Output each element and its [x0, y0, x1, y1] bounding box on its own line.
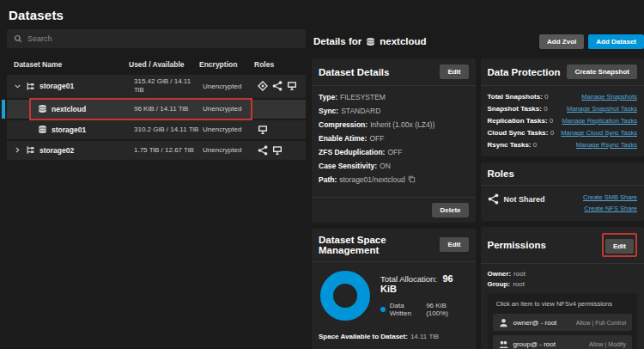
- details-panel: Details for nextcloud Add Zvol Add Datas…: [306, 28, 644, 349]
- dataset-icon: [366, 37, 375, 46]
- table-row[interactable]: storage02 1.75 TiB / 12.67 TiB Unencrypt…: [7, 141, 306, 160]
- table-row[interactable]: storage01 310.2 GiB / 14.11 TiB Unencryp…: [7, 120, 306, 139]
- stat-label: Snapshot Tasks:: [488, 105, 542, 113]
- table-row-selected[interactable]: nextcloud 96 KiB / 14.11 TiB Unencrypted: [7, 100, 306, 119]
- field-label: Type:: [319, 93, 337, 101]
- delete-dataset-button[interactable]: Delete: [432, 203, 468, 217]
- space-available-label: Space Available to Dataset:: [319, 333, 408, 340]
- card-title: Data Protection: [488, 67, 561, 77]
- encryption-state: Unencrypted: [203, 146, 258, 154]
- apps-icon: [258, 81, 268, 91]
- dataset-tree-icon: [26, 82, 35, 91]
- col-encryption: Encryption: [197, 60, 252, 69]
- search-input[interactable]: [27, 34, 299, 43]
- acl-item[interactable]: owner@ - root Allow | Full Control: [493, 314, 633, 331]
- stat-value: 0: [550, 117, 553, 125]
- group-label: Group:: [488, 280, 511, 288]
- card-title: Dataset Details: [319, 67, 389, 77]
- acl-who: group@ - root: [513, 340, 584, 348]
- smb-share-icon: [258, 125, 268, 135]
- col-roles: Roles: [252, 60, 301, 69]
- used-available: 96 KiB / 14.11 TiB: [132, 102, 203, 116]
- field-label: Sync:: [319, 107, 338, 115]
- acl-item[interactable]: group@ - root Allow | Modify: [493, 335, 633, 349]
- used-available: 315.42 GiB / 14.11 TiB: [132, 75, 203, 98]
- card-title: Roles: [488, 168, 514, 179]
- acl-hint: Click an item to view NFSv4 permissions: [496, 300, 633, 308]
- create-smb-share-link[interactable]: Create SMB Share: [583, 193, 637, 201]
- smb-share-icon: [287, 81, 297, 91]
- field-label: Enable Atime:: [319, 134, 367, 143]
- dataset-tree-icon: [26, 145, 35, 155]
- col-dataset-name: Dataset Name: [12, 60, 127, 69]
- encryption-state: Unencrypted: [203, 83, 258, 90]
- stat-value: 0: [544, 105, 547, 113]
- add-zvol-button[interactable]: Add Zvol: [539, 34, 584, 49]
- data-protection-card: Data Protection Create Snapshot Total Sn…: [481, 58, 644, 156]
- field-value: OFF: [387, 148, 402, 156]
- selection-indicator: [2, 100, 5, 119]
- encryption-state: Unencrypted: [203, 126, 258, 133]
- edit-space-management-button[interactable]: Edit: [440, 237, 468, 252]
- table-row[interactable]: storage01 315.42 GiB / 14.11 TiB Unencry…: [7, 75, 306, 98]
- field-value: STANDARD: [341, 107, 380, 115]
- edit-permissions-button[interactable]: Edit: [605, 239, 634, 254]
- permissions-card: Permissions Edit Owner:root Group:root C…: [481, 227, 644, 349]
- field-value: storage01/nextcloud: [339, 175, 405, 184]
- stat-label: Replication Tasks:: [488, 117, 548, 125]
- dataset-name: nextcloud: [52, 105, 86, 113]
- page-title: Datasets: [0, 0, 644, 28]
- details-title-prefix: Details for: [313, 36, 361, 46]
- stat-value: 0: [533, 141, 537, 149]
- manage-rsync-tasks-link[interactable]: Manage Rsync Tasks: [576, 141, 637, 149]
- dataset-details-card: Dataset Details Edit Type:FILESYSTEM Syn…: [312, 58, 476, 223]
- field-value: Inherit (1.00x (LZ4)): [370, 120, 434, 129]
- manage-replication-tasks-link[interactable]: Manage Replication Tasks: [562, 117, 637, 125]
- manage-cloud-sync-tasks-link[interactable]: Manage Cloud Sync Tasks: [561, 129, 637, 137]
- add-dataset-button[interactable]: Add Dataset: [588, 34, 644, 49]
- space-management-card: Dataset Space Management Edit Total Allo…: [312, 229, 476, 349]
- group-icon: [499, 340, 508, 349]
- create-snapshot-button[interactable]: Create Snapshot: [567, 64, 637, 79]
- used-available: 310.2 GiB / 14.11 TiB: [132, 123, 203, 137]
- stat-label: Rsync Tasks:: [488, 141, 532, 149]
- chevron-down-icon[interactable]: [14, 83, 21, 90]
- search-bar[interactable]: [7, 29, 306, 48]
- dataset-name: storage01: [52, 126, 86, 134]
- edit-dataset-details-button[interactable]: Edit: [440, 64, 468, 79]
- edit-highlight-box: Edit: [602, 233, 637, 257]
- roles-card: Roles Not Shared Create SMB Share Create…: [481, 162, 644, 221]
- owner-value: root: [513, 270, 526, 278]
- acl-who: owner@ - root: [513, 319, 571, 327]
- group-value: root: [513, 280, 525, 288]
- encryption-state: Unencrypted: [203, 105, 258, 113]
- owner-label: Owner:: [488, 270, 512, 278]
- field-label: Case Sensitivity:: [319, 162, 377, 170]
- field-value: ON: [380, 162, 391, 170]
- col-used-available: Used / Available: [127, 60, 197, 69]
- field-value: OFF: [369, 134, 384, 143]
- smb-share-icon: [272, 145, 283, 156]
- details-dataset-name: nextcloud: [380, 36, 426, 46]
- copy-icon[interactable]: [408, 175, 416, 183]
- datasets-tree-panel: Dataset Name Used / Available Encryption…: [7, 28, 306, 349]
- acl-perm: Allow | Full Control: [576, 320, 626, 326]
- chevron-right-icon[interactable]: [14, 146, 21, 154]
- space-available-value: 14.11 TiB: [410, 333, 439, 340]
- stat-value: 0: [550, 129, 554, 137]
- dataset-name: storage01: [39, 82, 74, 90]
- datasets-page: Datasets Dataset Name Used / Available E…: [0, 0, 644, 349]
- create-nfs-share-link[interactable]: Create NFS Share: [584, 205, 637, 212]
- used-available: 1.75 TiB / 12.67 TiB: [132, 144, 203, 157]
- field-label: ZFS Deduplication:: [319, 148, 385, 156]
- manage-snapshots-link[interactable]: Manage Snapshots: [581, 93, 637, 101]
- field-label: Path:: [319, 175, 337, 184]
- manage-snapshot-tasks-link[interactable]: Manage Snapshot Tasks: [567, 105, 637, 113]
- legend-label: Data Written: [390, 302, 426, 317]
- table-header: Dataset Name Used / Available Encryption…: [7, 56, 306, 75]
- acl-perm: Allow | Modify: [589, 341, 626, 347]
- total-allocation-label: Total Allocation:: [380, 274, 437, 284]
- allocation-donut-chart: [320, 271, 370, 321]
- share-icon: [272, 81, 283, 91]
- share-status: Not Shared: [504, 195, 545, 204]
